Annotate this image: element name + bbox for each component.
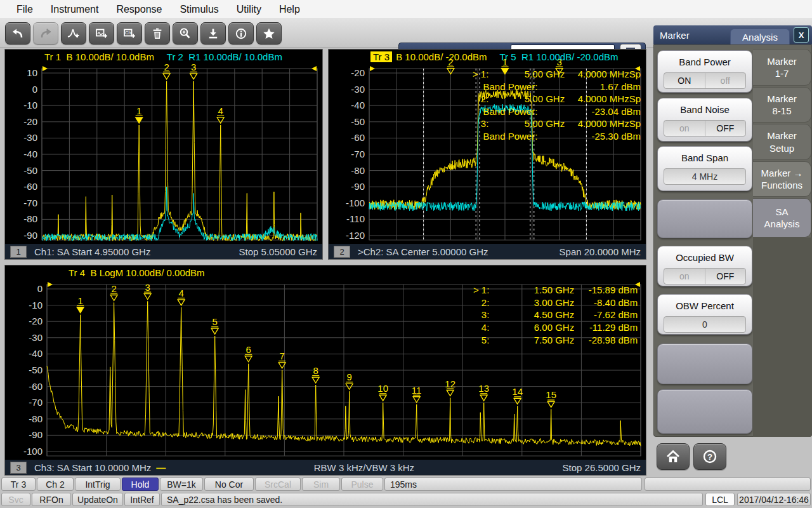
svg-text:5.00 GHz: 5.00 GHz [525,93,565,104]
tab-marker-functions[interactable]: Marker → Functions [753,161,811,197]
svg-text:-30: -30 [23,132,37,143]
menu-file[interactable]: File [8,0,42,19]
tab-marker-8-15-line1: Marker [767,93,797,105]
svg-text:4: 4 [218,105,223,116]
svg-text:-60: -60 [23,181,37,192]
band-noise-off[interactable]: OFF [705,123,746,133]
occupied-bw-on[interactable]: on [664,271,705,281]
plot-ch1-spectrum[interactable]: Tr 1 B 10.00dB/ 10.0dBm Tr 2 R1 10.00dB/… [5,50,322,259]
status-message: SA_p22.csa has been saved. [161,493,703,506]
svg-text:-25.30 dBm: -25.30 dBm [591,131,641,142]
plot2-canvas[interactable]: -20-30-40-50-60-70-80-90-100-110-120> 1:… [329,50,646,244]
tab-sa-analysis-line1: SA [775,206,788,218]
tab-analysis[interactable]: Analysis [730,29,790,44]
svg-text:2:: 2: [481,297,490,308]
band-power-on[interactable]: ON [664,76,705,86]
star-icon [262,27,276,40]
band-power-toggle[interactable]: ON off [664,72,746,89]
svg-text:-60: -60 [29,381,43,392]
channel2-badge[interactable]: 2 [334,246,350,258]
ch3-stop-label: Stop 26.5000 GHz [563,462,641,473]
obw-percent-value[interactable]: 0 [664,316,746,333]
plot1-canvas[interactable]: 100-10-20-30-40-50-60-70-80-901234 [5,50,322,244]
svg-text:12: 12 [445,378,455,389]
svg-text:10: 10 [377,383,388,394]
panel-close-button[interactable]: X [794,27,809,43]
occupied-bw-softkey[interactable]: Occupied BW on OFF [657,246,752,286]
plot-ch3-spectrum[interactable]: Tr 4 B LogM 10.00dB/ 0.00dBm 0-10-20-30-… [5,265,646,475]
status-trace[interactable]: Tr 3 [1,478,36,491]
add-channel-button[interactable]: Ch [117,22,142,44]
status-trigger[interactable]: IntTrig [75,478,121,491]
band-noise-softkey[interactable]: Band Noise on OFF [657,98,752,142]
obw-percent-softkey[interactable]: OBW Percent 0 [657,294,752,335]
status-lcl[interactable]: LCL [705,493,735,506]
zoom-button[interactable] [173,22,198,44]
undo-button[interactable] [5,22,30,44]
add-trace-icon [67,27,81,40]
status-channel[interactable]: Ch 2 [37,478,74,491]
favorite-button[interactable] [256,22,282,44]
svg-text:5: 5 [212,316,217,327]
tab-marker-1-7[interactable]: Marker 1-7 [753,49,811,86]
home-button[interactable] [657,443,690,470]
channel3-badge[interactable]: 3 [10,462,27,474]
status-rf[interactable]: RFOn [32,493,71,506]
occupied-bw-label: Occupied BW [658,252,752,263]
band-noise-toggle[interactable]: on OFF [664,120,746,137]
tab-marker-setup[interactable]: Marker Setup [753,124,811,160]
svg-text:9: 9 [346,371,351,382]
tab-sa-analysis-line2: Analysis [764,218,800,231]
occupied-bw-off[interactable]: OFF [705,271,746,281]
help-icon: ? [702,449,718,464]
help-button[interactable]: ? [693,443,726,470]
svg-text:-90: -90 [29,429,43,440]
svg-text:-70: -70 [351,149,365,159]
svg-text:4:: 4: [481,322,490,333]
svg-text:-20: -20 [351,67,365,78]
status-update[interactable]: UpdateOn [72,493,123,506]
add-window-button[interactable] [89,22,114,44]
svg-text:1.50 GHz: 1.50 GHz [534,284,574,295]
channel1-badge[interactable]: 1 [10,246,27,258]
band-span-value[interactable]: 4 MHz [664,168,746,185]
info-button[interactable] [228,22,254,44]
svg-text:-11.29 dBm: -11.29 dBm [589,322,638,333]
band-power-label: Band Power [658,57,752,67]
home-icon [665,449,681,464]
menu-instrument[interactable]: Instrument [42,0,108,19]
status-hold[interactable]: Hold [122,478,159,491]
status-row-2: Svc RFOn UpdateOn IntRef SA_p22.csa has … [0,493,812,507]
plot3-canvas[interactable]: 0-10-20-30-40-50-60-70-80-90-100> 1:1.50… [5,265,646,460]
status-correction[interactable]: No Cor [204,478,254,491]
menu-help[interactable]: Help [270,0,309,19]
status-ref[interactable]: IntRef [124,493,160,506]
band-power-off[interactable]: off [705,76,746,86]
save-button[interactable] [200,22,226,44]
svg-text:-10: -10 [23,100,37,110]
menu-utility[interactable]: Utility [228,0,270,19]
empty-softkey-2 [657,344,752,384]
menu-bar: File Instrument Response Stimulus Utilit… [0,0,812,19]
svg-text:-40: -40 [29,348,43,359]
svg-text:1: 1 [77,295,82,306]
band-span-softkey[interactable]: Band Span 4 MHz [657,146,752,191]
tab-sa-analysis[interactable]: SA Analysis [753,198,811,237]
svg-text:-40: -40 [23,149,37,159]
band-noise-on[interactable]: on [664,123,705,133]
plot-ch2-spectrum[interactable]: Tr 3B 10.00dB/ -20.0dBm Tr 5 R1 10.00dB/… [329,50,646,259]
menu-stimulus[interactable]: Stimulus [171,0,227,19]
add-trace-button[interactable] [61,22,86,44]
tab-marker-1-7-line2: 1-7 [775,67,789,80]
band-power-softkey[interactable]: Band Power ON off [657,50,752,93]
ch2-center-label: >Ch2: SA Center 5.00000 GHz [358,246,488,257]
menu-response[interactable]: Response [107,0,171,19]
ch2-span-label: Span 20.0000 MHz [560,246,641,257]
occupied-bw-toggle[interactable]: on OFF [664,268,746,284]
status-bandwidth[interactable]: BW=1k [160,478,203,491]
empty-softkey-3 [657,389,752,434]
svg-text:4.0000 MHzSp: 4.0000 MHzSp [578,118,641,129]
delete-button[interactable] [145,22,170,44]
band-noise-label: Band Noise [658,104,752,115]
tab-marker-8-15[interactable]: Marker 8-15 [753,87,811,123]
